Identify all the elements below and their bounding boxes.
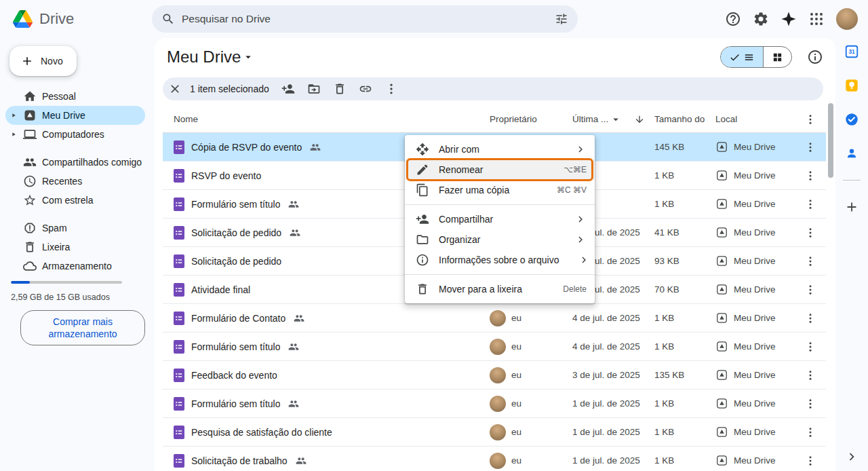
search-icon[interactable] bbox=[161, 12, 175, 26]
buy-storage-button[interactable]: Comprar mais armazenamento bbox=[20, 310, 145, 345]
keep-icon[interactable] bbox=[844, 78, 859, 93]
grid-view-toggle[interactable] bbox=[763, 47, 791, 67]
sidebar-item-spam[interactable]: Spam bbox=[5, 219, 145, 238]
apps-grid-icon[interactable] bbox=[808, 11, 825, 27]
file-row[interactable]: Solicitação de trabalho eu 1 de jul. de … bbox=[163, 447, 826, 471]
row-more-icon[interactable] bbox=[804, 227, 816, 239]
column-modified[interactable]: Última ... bbox=[572, 113, 654, 126]
expand-caret-icon[interactable] bbox=[9, 111, 18, 119]
search-input[interactable] bbox=[182, 13, 548, 25]
column-owner[interactable]: Proprietário bbox=[490, 114, 572, 124]
list-view-toggle[interactable] bbox=[721, 47, 763, 67]
file-location[interactable]: Meu Drive bbox=[715, 369, 795, 381]
trash-icon[interactable] bbox=[333, 82, 347, 96]
file-row[interactable]: Feedback do evento eu 3 de jul. de 2025 … bbox=[163, 361, 826, 390]
expand-caret-icon[interactable] bbox=[9, 262, 18, 270]
menu-item-fazer-uma-copia[interactable]: Fazer uma cópia ⌘C ⌘V bbox=[405, 180, 595, 200]
column-location[interactable]: Local bbox=[715, 114, 795, 124]
expand-caret-icon[interactable] bbox=[9, 224, 18, 232]
help-icon[interactable] bbox=[725, 11, 741, 27]
file-location[interactable]: Meu Drive bbox=[715, 226, 795, 239]
copy-link-icon[interactable] bbox=[359, 82, 372, 96]
info-icon bbox=[416, 253, 429, 267]
details-info-icon[interactable] bbox=[807, 49, 823, 65]
sidebar-item-armazenamento[interactable]: Armazenamento bbox=[5, 257, 145, 276]
sidebar-item-compartilhados-comigo[interactable]: Compartilhados comigo bbox=[5, 153, 145, 172]
file-location[interactable]: Meu Drive bbox=[715, 397, 795, 410]
calendar-icon[interactable]: 31 bbox=[844, 44, 859, 59]
search-bar[interactable] bbox=[152, 5, 578, 33]
file-location[interactable]: Meu Drive bbox=[715, 140, 795, 153]
add-panel-icon[interactable] bbox=[844, 200, 859, 214]
share-person-icon[interactable] bbox=[281, 82, 295, 96]
drive-brand[interactable]: Drive bbox=[0, 10, 74, 28]
file-location[interactable]: Meu Drive bbox=[715, 197, 795, 210]
list-view-icon bbox=[743, 52, 755, 63]
expand-caret-icon[interactable] bbox=[9, 196, 18, 204]
sidebar-item-pessoal[interactable]: Pessoal bbox=[5, 87, 145, 106]
search-filters-icon[interactable] bbox=[555, 12, 568, 26]
column-options[interactable] bbox=[795, 113, 826, 126]
row-more-icon[interactable] bbox=[804, 198, 816, 210]
more-actions-icon[interactable] bbox=[384, 82, 398, 96]
row-more-icon[interactable] bbox=[804, 255, 816, 267]
file-location[interactable]: Meu Drive bbox=[715, 312, 795, 324]
sidebar-item-computadores[interactable]: Computadores bbox=[5, 125, 145, 144]
sidebar-item-meu-drive[interactable]: Meu Drive bbox=[5, 106, 145, 125]
file-location[interactable]: Meu Drive bbox=[715, 340, 795, 353]
scrollbar-thumb[interactable] bbox=[828, 103, 833, 178]
file-location[interactable]: Meu Drive bbox=[715, 454, 795, 467]
file-name: Cópia de RSVP do evento bbox=[191, 142, 302, 153]
page-title-dropdown[interactable]: Meu Drive bbox=[163, 45, 258, 69]
expand-caret-icon[interactable] bbox=[9, 92, 18, 100]
menu-item-compartilhar[interactable]: Compartilhar bbox=[405, 209, 595, 229]
sidebar-item-recentes[interactable]: Recentes bbox=[5, 172, 145, 191]
file-row[interactable]: Pesquisa de satisfação do cliente eu 1 d… bbox=[163, 418, 826, 447]
collapse-panel-icon[interactable] bbox=[844, 449, 859, 464]
expand-caret-icon[interactable] bbox=[9, 243, 18, 251]
new-button[interactable]: Novo bbox=[9, 46, 77, 76]
menu-item-organizar[interactable]: Organizar bbox=[405, 229, 595, 250]
sort-direction-icon[interactable] bbox=[634, 114, 645, 125]
file-row[interactable]: Formulário sem título eu 4 de jul. de 20… bbox=[163, 333, 826, 361]
menu-divider bbox=[405, 204, 595, 205]
expand-caret-icon[interactable] bbox=[9, 177, 18, 185]
tasks-icon[interactable] bbox=[844, 112, 859, 127]
user-avatar[interactable] bbox=[836, 8, 858, 30]
row-more-icon[interactable] bbox=[804, 284, 816, 296]
menu-item-mover-para-a-lixeira[interactable]: Mover para a lixeira Delete bbox=[405, 279, 595, 299]
row-more-icon[interactable] bbox=[804, 141, 816, 153]
menu-item-renomear[interactable]: Renomear ⌥⌘E bbox=[405, 159, 595, 180]
file-location[interactable]: Meu Drive bbox=[715, 169, 795, 182]
drive-location-icon bbox=[715, 169, 728, 182]
expand-caret-icon[interactable] bbox=[9, 158, 18, 166]
clear-selection-icon[interactable] bbox=[168, 82, 182, 96]
column-size[interactable]: Tamanho do bbox=[654, 114, 715, 124]
row-more-icon[interactable] bbox=[804, 455, 816, 467]
row-more-icon[interactable] bbox=[804, 398, 816, 410]
contacts-icon[interactable] bbox=[844, 146, 859, 161]
row-more-icon[interactable] bbox=[804, 426, 816, 438]
menu-item-abrir-com[interactable]: Abrir com bbox=[405, 139, 595, 159]
row-more-icon[interactable] bbox=[804, 369, 816, 381]
sidebar-item-com-estrela[interactable]: Com estrela bbox=[5, 191, 145, 210]
file-location[interactable]: Meu Drive bbox=[715, 283, 795, 296]
row-more-icon[interactable] bbox=[804, 341, 816, 353]
file-row[interactable]: Formulário de Contato eu 4 de jul. de 20… bbox=[163, 304, 826, 333]
row-more-icon[interactable] bbox=[804, 312, 816, 324]
menu-item-informacoes-sobre-o-arquivo[interactable]: Informações sobre o arquivo bbox=[405, 250, 595, 270]
file-location[interactable]: Meu Drive bbox=[715, 255, 795, 267]
file-row[interactable]: Formulário sem título eu 1 de jul. de 20… bbox=[163, 390, 826, 418]
open-with-icon bbox=[416, 143, 429, 156]
file-location[interactable]: Meu Drive bbox=[715, 426, 795, 438]
drive-location-icon bbox=[715, 140, 728, 153]
row-more-icon[interactable] bbox=[804, 170, 816, 182]
settings-gear-icon[interactable] bbox=[753, 11, 769, 27]
sidebar-item-lixeira[interactable]: Lixeira bbox=[5, 238, 145, 257]
header-more-icon[interactable] bbox=[804, 113, 816, 126]
column-name[interactable]: Nome bbox=[174, 114, 490, 124]
expand-caret-icon[interactable] bbox=[9, 130, 18, 138]
move-folder-icon[interactable] bbox=[307, 82, 321, 96]
sidebar-item-label: Recentes bbox=[42, 176, 82, 187]
gemini-sparkle-icon[interactable] bbox=[781, 11, 797, 27]
